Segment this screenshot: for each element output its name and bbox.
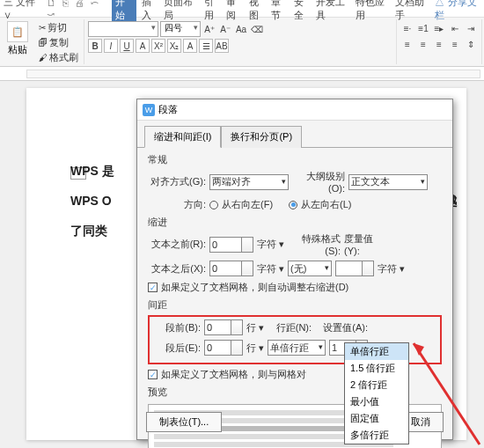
app-logo-icon: W (143, 104, 155, 116)
set-value-label: 设置值(A): (315, 321, 368, 334)
dropdown-option[interactable]: 固定值 (345, 410, 408, 427)
dialog-titlebar: W 段落 (137, 99, 452, 121)
font-color-button[interactable]: A (183, 39, 197, 53)
subscript-button[interactable]: X₂ (167, 39, 181, 53)
snap-grid-checkbox[interactable] (148, 370, 158, 379)
after-para-spinner[interactable]: 0 (204, 340, 243, 356)
tab-security[interactable]: 安全 (294, 0, 312, 22)
font-group: 四号 A⁺ A⁻ Aa ⌫ B I U A X² X₂ A ☰ AB (84, 19, 397, 64)
phonetic-button[interactable]: AB (215, 39, 229, 53)
multilevel-list-icon[interactable]: ≡▸ (432, 21, 446, 35)
dialog-title: 段落 (158, 103, 178, 116)
file-menu[interactable]: 三 文件 ∨ (4, 0, 41, 22)
clipboard-group: ✂ 剪切 🗐 复制 🖌 格式刷 (33, 19, 84, 64)
clear-format-icon[interactable]: ⌫ (250, 22, 264, 36)
format-painter-button[interactable]: 🖌 格式刷 (37, 51, 80, 64)
share-button[interactable]: △ 分享文栏 (435, 0, 480, 22)
bold-button[interactable]: B (88, 39, 102, 53)
snap-grid-label: 如果定义了文档网格，则与网格对 (161, 368, 306, 381)
line-spacing-label: 行距(N): (268, 321, 312, 334)
paragraph-group: ≡· ≡1 ≡▸ ⇤ ⇥ ≡ ≡ ≡ ≡ ⇕ (397, 19, 482, 64)
unit-line[interactable]: 行 ▾ (246, 342, 264, 355)
tab-dev[interactable]: 开发工具 (316, 0, 350, 22)
outline-label: 大纲级别(O): (292, 170, 345, 194)
dialog-tabs: 缩进和间距(I) 换行和分页(P) (137, 121, 452, 147)
paste-icon[interactable]: 📋 (7, 21, 28, 42)
align-center-icon[interactable]: ≡ (416, 37, 430, 51)
tab-reference[interactable]: 引用 (204, 0, 222, 22)
dropdown-option[interactable]: 单倍行距 (345, 343, 408, 360)
tab-featured[interactable]: 特色应用 (356, 0, 390, 22)
tab-view[interactable]: 视图 (249, 0, 267, 22)
strike-button[interactable]: A (136, 39, 150, 53)
tabstops-button[interactable]: 制表位(T)... (146, 412, 222, 432)
qat-icons[interactable]: 🗋 ⎘ 🖨 ⤺ ⤻ (47, 0, 107, 20)
tab-layout[interactable]: 页面布局 (164, 0, 198, 22)
before-para-label: 段前(B): (153, 321, 201, 334)
direction-label: 方向: (148, 198, 206, 211)
indent-group: 缩进 文本之前(R): 0 字符 ▾ 特殊格式(S): 度量值(Y): 文本之后… (148, 216, 442, 294)
tab-helper[interactable]: 文档助手 (395, 0, 429, 22)
app-menubar: 三 文件 ∨ 🗋 ⎘ 🖨 ⤺ ⤻ 开始 插入 页面布局 引用 审阅 视图 章节 … (0, 0, 484, 18)
superscript-button[interactable]: X² (151, 39, 165, 53)
direction-ltr-radio[interactable] (289, 201, 297, 209)
line-spacing-combo[interactable]: 单倍行距 (268, 340, 326, 356)
measure-spinner[interactable] (335, 261, 374, 276)
general-group: 常规 对齐方式(G): 两端对齐 大纲级别(O): 正文文本 方向: 从右向左(… (148, 153, 442, 211)
text-after-label: 文本之后(X): (148, 262, 206, 275)
special-format-combo[interactable]: (无) (288, 261, 332, 276)
font-size-combo[interactable]: 四号 (160, 21, 201, 37)
measure-label: 度量值(Y): (344, 232, 388, 256)
bullet-list-icon[interactable]: ≡· (400, 21, 414, 35)
auto-indent-label: 如果定义了文档网格，则自动调整右缩进(D) (161, 281, 348, 294)
text-before-spinner[interactable]: 0 (209, 237, 253, 253)
italic-button[interactable]: I (104, 39, 118, 53)
doc-text-line: WPS 是 (70, 164, 114, 180)
special-format-label: 特殊格式(S): (288, 232, 341, 256)
decrease-indent-icon[interactable]: ⇤ (448, 21, 462, 35)
number-list-icon[interactable]: ≡1 (416, 21, 430, 35)
tab-indent-spacing[interactable]: 缩进和间距(I) (144, 126, 221, 148)
indent-group-title: 缩进 (148, 216, 442, 229)
tab-chapter[interactable]: 章节 (271, 0, 289, 22)
horizontal-ruler (0, 67, 484, 81)
direction-ltr-label[interactable]: 从左向右(L) (301, 198, 351, 211)
line-spacing-icon[interactable]: ⇕ (464, 37, 478, 51)
change-case-icon[interactable]: Aa (234, 22, 248, 36)
doc-text-line: WPS O (70, 194, 112, 209)
font-name-combo[interactable] (88, 21, 158, 37)
alignment-label: 对齐方式(G): (148, 175, 206, 188)
dropdown-option[interactable]: 最小值 (345, 393, 408, 410)
unit-char[interactable]: 字符 ▾ (257, 238, 284, 251)
text-before-label: 文本之前(R): (148, 238, 206, 251)
justify-icon[interactable]: ≡ (448, 37, 462, 51)
alignment-combo[interactable]: 两端对齐 (209, 174, 289, 190)
underline-button[interactable]: U (120, 39, 134, 53)
unit-char[interactable]: 字符 ▾ (257, 262, 284, 275)
direction-rtl-label[interactable]: 从右向左(F) (222, 198, 273, 211)
ribbon-toolbar: 📋 粘贴 ✂ 剪切 🗐 复制 🖌 格式刷 四号 A⁺ A⁻ Aa ⌫ B I U… (0, 18, 484, 67)
outline-combo[interactable]: 正文文本 (348, 174, 428, 190)
dropdown-option[interactable]: 2 倍行距 (345, 377, 408, 393)
paste-label[interactable]: 粘贴 (8, 43, 27, 56)
dropdown-option[interactable]: 多倍行距 (345, 427, 408, 444)
tab-line-page-break[interactable]: 换行和分页(P) (221, 126, 302, 148)
align-right-icon[interactable]: ≡ (432, 37, 446, 51)
direction-rtl-radio[interactable] (209, 201, 218, 209)
before-para-spinner[interactable]: 0 (204, 319, 243, 335)
auto-indent-checkbox[interactable] (148, 283, 158, 292)
grow-font-icon[interactable]: A⁺ (202, 22, 216, 36)
shrink-font-icon[interactable]: A⁻ (218, 22, 232, 36)
tab-insert[interactable]: 插入 (142, 0, 159, 22)
text-after-spinner[interactable]: 0 (209, 261, 253, 276)
highlight-button[interactable]: ☰ (199, 39, 213, 53)
align-left-icon[interactable]: ≡ (400, 37, 414, 51)
tab-review[interactable]: 审阅 (226, 0, 244, 22)
copy-button[interactable]: 🗐 复制 (37, 36, 80, 49)
unit-char[interactable]: 字符 ▾ (378, 262, 405, 275)
unit-line[interactable]: 行 ▾ (246, 321, 264, 334)
cut-button[interactable]: ✂ 剪切 (37, 21, 80, 34)
paragraph-dialog: W 段落 缩进和间距(I) 换行和分页(P) 常规 对齐方式(G): 两端对齐 … (136, 99, 453, 440)
increase-indent-icon[interactable]: ⇥ (464, 21, 478, 35)
dropdown-option[interactable]: 1.5 倍行距 (345, 360, 408, 377)
